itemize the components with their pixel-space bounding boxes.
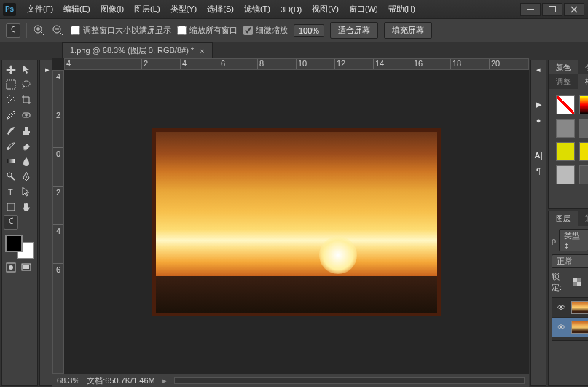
style-swatch[interactable]	[579, 142, 588, 161]
layer-thumbnail[interactable]	[571, 321, 588, 334]
gradient-tool[interactable]	[4, 154, 18, 168]
hand-tool[interactable]	[19, 200, 34, 214]
minimize-button[interactable]	[520, 3, 541, 16]
eraser-tool[interactable]	[19, 138, 34, 153]
fit-screen-button[interactable]: 适合屏幕	[330, 22, 378, 39]
fill-screen-button[interactable]: 填充屏幕	[384, 22, 432, 39]
status-zoom: 68.3%	[57, 376, 79, 385]
titlebar: Ps 文件(F) 编辑(E) 图像(I) 图层(L) 类型(Y) 选择(S) 滤…	[0, 0, 588, 19]
svg-rect-8	[25, 127, 28, 131]
stamp-tool[interactable]	[19, 123, 34, 138]
menu-file[interactable]: 文件(F)	[22, 1, 58, 17]
close-button[interactable]	[564, 3, 584, 16]
marquee-tool[interactable]	[4, 77, 18, 92]
quickmask-tool[interactable]	[4, 260, 18, 275]
canvas-viewport[interactable]	[64, 70, 529, 374]
arrow-tool[interactable]	[19, 62, 34, 77]
zoom-all-checkbox[interactable]: 缩放所有窗口	[177, 25, 238, 36]
path-select-tool[interactable]	[19, 184, 34, 199]
zoom-100-button[interactable]: 100%	[294, 24, 324, 37]
visibility-icon[interactable]: 👁	[555, 303, 567, 312]
lasso-tool[interactable]	[19, 77, 34, 92]
maximize-button[interactable]	[542, 3, 562, 16]
svg-point-14	[26, 176, 27, 178]
menu-window[interactable]: 窗口(W)	[344, 1, 383, 17]
dodge-tool[interactable]	[4, 169, 18, 184]
canvas-area: 4 2 4 6 8 10 12 14 16 18 20 4 2 0 2 4 6	[52, 58, 529, 387]
character-icon[interactable]: A|	[533, 149, 544, 161]
move-tool[interactable]	[4, 62, 18, 77]
menu-image[interactable]: 图像(I)	[95, 1, 129, 17]
layer-item[interactable]: 👁 图层 1	[552, 298, 588, 318]
paragraph-icon[interactable]: ¶	[533, 165, 544, 177]
tab-color[interactable]: 颜色	[549, 60, 578, 75]
style-swatch[interactable]	[556, 119, 575, 138]
menu-layer[interactable]: 图层(L)	[129, 1, 165, 17]
menu-edit[interactable]: 编辑(E)	[58, 1, 95, 17]
svg-rect-10	[23, 133, 29, 135]
record-icon[interactable]: ●	[533, 114, 544, 126]
app-logo: Ps	[3, 3, 16, 16]
style-swatch[interactable]	[579, 119, 588, 138]
document-tab[interactable]: 1.png @ 68.3% (图层 0, RGB/8#) * ×	[62, 42, 213, 58]
style-swatch[interactable]	[556, 165, 575, 184]
crop-tool[interactable]	[19, 93, 34, 107]
lock-trans-icon[interactable]	[571, 275, 584, 289]
blend-mode-select[interactable]: 正常‡	[552, 254, 588, 268]
tab-layers[interactable]: 图层	[549, 211, 578, 226]
eyedropper-tool[interactable]	[4, 108, 18, 122]
menu-select[interactable]: 选择(S)	[202, 1, 239, 17]
sun-graphic	[319, 236, 357, 274]
menu-type[interactable]: 类型(Y)	[165, 1, 203, 17]
visibility-icon[interactable]: 👁	[555, 323, 567, 332]
svg-rect-33	[573, 278, 577, 282]
layer-item[interactable]: 👁 图层 0	[552, 318, 588, 337]
scrubby-zoom-checkbox[interactable]: 细微缩放	[243, 25, 288, 36]
tab-swatches[interactable]: 色板	[578, 60, 588, 75]
history-brush-tool[interactable]	[4, 138, 18, 153]
svg-rect-12	[7, 159, 15, 163]
resize-window-checkbox[interactable]: 调整窗口大小以满屏显示	[71, 25, 171, 36]
zoom-in-icon[interactable]	[33, 24, 46, 37]
menu-help[interactable]: 帮助(H)	[383, 1, 420, 17]
wand-tool[interactable]	[4, 93, 18, 107]
svg-rect-16	[7, 203, 15, 211]
menu-view[interactable]: 视图(V)	[307, 1, 344, 17]
document-tab-title: 1.png @ 68.3% (图层 0, RGB/8#) *	[70, 45, 194, 56]
zoom-out-icon[interactable]	[52, 24, 65, 37]
scrubby-zoom-label: 细微缩放	[256, 25, 288, 36]
style-swatch[interactable]	[556, 95, 575, 114]
svg-point-17	[9, 218, 13, 224]
screenmode-tool[interactable]	[19, 260, 34, 275]
blur-tool[interactable]	[19, 154, 34, 168]
pen-tool[interactable]	[19, 169, 34, 184]
close-tab-icon[interactable]: ×	[200, 47, 204, 55]
style-swatch[interactable]	[579, 165, 588, 184]
play-icon[interactable]: ▶	[533, 98, 544, 110]
menu-3d[interactable]: 3D(D)	[275, 3, 307, 16]
layers-panel: 图层 通道 路径 ▾≡ ρ 类型 ‡ T	[548, 211, 588, 386]
brush-tool[interactable]	[4, 123, 18, 138]
foreground-color[interactable]	[5, 235, 23, 252]
layer-filter-select[interactable]: 类型 ‡	[559, 229, 588, 251]
current-tool-icon[interactable]	[6, 23, 20, 38]
style-swatch[interactable]	[579, 95, 588, 114]
color-swatches[interactable]	[4, 235, 36, 259]
menu-filter[interactable]: 滤镜(T)	[239, 1, 275, 17]
shape-tool[interactable]	[4, 200, 18, 214]
healing-tool[interactable]	[19, 108, 34, 122]
style-swatch[interactable]	[556, 142, 575, 161]
type-tool[interactable]: T	[4, 184, 18, 199]
status-bar: 68.3% 文档:650.7K/1.46M ▸	[52, 374, 529, 387]
hill-graphic	[156, 276, 437, 313]
main-area: T ▸ 4 2 4 6 8 10 12 14 16 18 20	[0, 58, 588, 387]
zoom-tool[interactable]	[4, 215, 18, 230]
collapse-arrow-icon[interactable]: ◂	[533, 63, 544, 75]
document-image	[152, 128, 441, 316]
tab-adjust[interactable]: 调整	[549, 74, 578, 89]
tab-styles[interactable]: 样式	[578, 74, 588, 89]
ruler-tick: 2	[53, 109, 63, 148]
scrollbar-horizontal[interactable]	[174, 377, 525, 384]
layer-thumbnail[interactable]	[571, 301, 588, 314]
tab-channels[interactable]: 通道	[578, 211, 588, 226]
